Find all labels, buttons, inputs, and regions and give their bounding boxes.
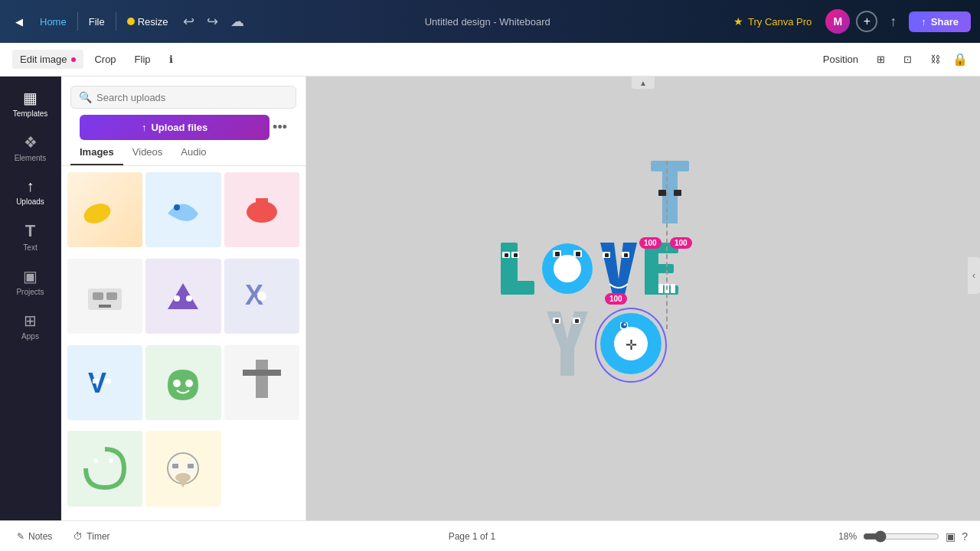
collapse-panel-button[interactable]: ▲ (632, 77, 655, 89)
svg-point-15 (173, 380, 181, 387)
position-button[interactable]: Position (817, 51, 864, 68)
letter-e-wrap[interactable] (642, 241, 681, 299)
tab-images[interactable]: Images (70, 140, 123, 165)
svg-point-1 (174, 204, 180, 210)
upload-thumb-8[interactable] (145, 345, 220, 420)
design-container: 100 100 (498, 161, 789, 436)
share-button[interactable]: ↑ Share (909, 11, 971, 32)
upload-thumb-10[interactable] (67, 431, 142, 506)
upload-thumb-11[interactable] (145, 431, 220, 506)
svg-point-9 (186, 295, 192, 302)
upload-thumb-7[interactable]: V (67, 345, 142, 420)
divider-1 (77, 12, 78, 31)
grid-button[interactable]: ⊞ (871, 51, 891, 68)
upload-thumb-2[interactable] (145, 172, 220, 247)
panel-header: 🔍 (61, 77, 305, 115)
svg-rect-42 (576, 252, 580, 256)
svg-point-38 (554, 255, 581, 282)
svg-rect-14 (105, 379, 111, 383)
love-row (498, 241, 681, 299)
help-button[interactable]: ? (962, 530, 968, 543)
avatar[interactable]: M (825, 9, 850, 34)
timer-label: Timer (87, 531, 109, 542)
letter-y-wrap[interactable] (544, 310, 591, 380)
svg-point-8 (174, 295, 180, 302)
sidebar-apps-label: Apps (21, 332, 39, 341)
try-pro-button[interactable]: ★ Try Canva Pro (726, 12, 819, 31)
status-bar: ✎ Notes ⏱ Timer Page 1 of 1 18% ▣ ? (0, 520, 980, 551)
sidebar-item-uploads[interactable]: ↑ Uploads (4, 171, 57, 212)
upload-files-button[interactable]: ↑ Upload files (80, 115, 270, 140)
home-button[interactable]: Home (34, 13, 73, 31)
grid-view-button[interactable]: ▣ (946, 530, 956, 543)
lock-icon: 🔒 (952, 52, 968, 67)
upload-thumb-1[interactable] (67, 172, 142, 247)
zoom-controls: 18% ▣ ? (829, 530, 968, 543)
search-box: 🔍 (70, 86, 296, 109)
upload-files-label: Upload files (151, 122, 207, 133)
edit-image-button[interactable]: Edit image (12, 50, 83, 69)
zoom-slider[interactable] (863, 530, 939, 543)
svg-rect-30 (674, 190, 681, 196)
sidebar-item-templates[interactable]: ▦ Templates (4, 83, 57, 124)
add-account-button[interactable]: + (856, 11, 877, 32)
crop-button[interactable]: Crop (87, 50, 123, 69)
tab-audio[interactable]: Audio (172, 140, 215, 165)
svg-rect-47 (624, 253, 628, 257)
undo-button[interactable]: ↩ (178, 10, 199, 33)
search-icon: 🔍 (79, 91, 92, 103)
letter-o2-wrap[interactable]: ✛ 100 (597, 310, 665, 380)
svg-rect-3 (256, 198, 268, 207)
sidebar-item-elements[interactable]: ❖ Elements (4, 127, 57, 168)
svg-rect-58 (555, 319, 559, 323)
notes-icon: ✎ (17, 531, 24, 542)
info-button[interactable]: ℹ (162, 50, 181, 69)
flip-label: Flip (135, 54, 151, 65)
sidebar-item-text[interactable]: T Text (4, 215, 57, 258)
tab-videos[interactable]: Videos (123, 140, 172, 165)
pos-badge-3: 100 (605, 293, 627, 305)
upload-thumb-6[interactable]: X (224, 259, 299, 334)
cloud-save-button[interactable]: ☁ (226, 10, 249, 33)
canvas-area[interactable]: 100 100 (306, 77, 980, 520)
svg-rect-41 (555, 252, 560, 256)
letter-i-element[interactable]: 100 100 (647, 161, 693, 245)
text-icon: T (25, 221, 35, 241)
back-button[interactable]: ◀ (9, 13, 29, 31)
crop-label: Crop (94, 54, 116, 65)
letter-o-wrap[interactable] (539, 241, 596, 299)
edit-image-label: Edit image (20, 54, 67, 65)
flip-button[interactable]: Flip (127, 50, 158, 69)
sidebar-projects-label: Projects (16, 288, 44, 296)
svg-point-16 (185, 380, 193, 387)
analytics-button[interactable]: ↑ (884, 11, 903, 33)
notes-button[interactable]: ✎ Notes (12, 528, 57, 545)
back-icon: ◀ (15, 16, 23, 28)
try-pro-label: Try Canva Pro (748, 16, 812, 28)
svg-rect-28 (662, 171, 678, 223)
timer-button[interactable]: ⏱ Timer (69, 528, 114, 545)
sidebar-templates-label: Templates (13, 109, 48, 118)
letter-v-wrap[interactable] (597, 241, 640, 299)
sidebar-item-apps[interactable]: ⊞ Apps (4, 305, 57, 347)
link-button[interactable]: ⛓ (924, 51, 946, 68)
more-options-button[interactable]: ••• (270, 116, 290, 139)
upload-thumb-3[interactable] (224, 172, 299, 247)
resize-button[interactable]: Resize (121, 13, 175, 31)
mosaic-button[interactable]: ⊡ (897, 51, 918, 68)
secondary-toolbar: Edit image Crop Flip ℹ Position ⊞ ⊡ ⛓ 🔒 (0, 43, 980, 77)
search-input[interactable] (96, 92, 288, 103)
redo-button[interactable]: ↪ (202, 10, 223, 33)
svg-rect-18 (243, 370, 281, 376)
sidebar-item-projects[interactable]: ▣ Projects (4, 261, 57, 302)
upload-thumb-4[interactable] (67, 259, 142, 334)
svg-rect-6 (106, 292, 117, 300)
svg-rect-32 (501, 281, 534, 295)
file-button[interactable]: File (83, 13, 111, 31)
upload-thumb-9[interactable] (224, 345, 299, 420)
notes-label: Notes (28, 531, 52, 542)
letter-l-wrap[interactable] (498, 241, 537, 299)
svg-point-19 (93, 458, 98, 463)
svg-rect-50 (645, 264, 674, 273)
upload-thumb-5[interactable] (145, 259, 220, 334)
